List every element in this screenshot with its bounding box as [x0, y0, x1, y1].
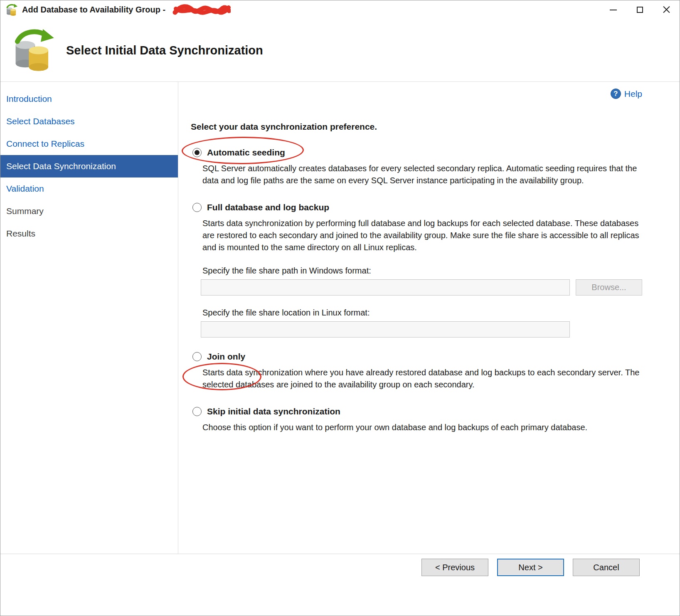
- automatic-seeding-description: SQL Server automatically creates databas…: [202, 163, 642, 187]
- automatic-seeding-label[interactable]: Automatic seeding: [207, 148, 285, 158]
- database-add-icon: [5, 4, 18, 16]
- automatic-seeding-radio[interactable]: [192, 148, 202, 157]
- help-icon: ?: [611, 89, 621, 99]
- wizard-footer: < Previous Next > Cancel: [0, 554, 680, 616]
- help-label: Help: [624, 89, 642, 99]
- sidebar-item-select-data-synchronization[interactable]: Select Data Synchronization: [0, 155, 178, 177]
- page-title: Select Initial Data Synchronization: [66, 44, 263, 57]
- step-sidebar: Introduction Select Databases Connect to…: [0, 82, 178, 554]
- minimize-icon: [610, 10, 617, 10]
- skip-sync-description: Choose this option if you want to perfor…: [202, 421, 642, 434]
- preference-heading: Select your data synchronization prefere…: [191, 122, 642, 132]
- wizard-window: Add Database to Availability Group - Sel…: [0, 0, 680, 616]
- full-backup-description: Starts data synchronization by performin…: [202, 217, 642, 254]
- wizard-header: Select Initial Data Synchronization: [0, 19, 680, 82]
- option-skip-sync: Skip initial data synchronization Choose…: [190, 407, 642, 434]
- option-automatic-seeding: Automatic seeding SQL Server automatical…: [190, 148, 642, 187]
- full-backup-radio[interactable]: [192, 203, 202, 212]
- sidebar-item-connect-to-replicas[interactable]: Connect to Replicas: [0, 133, 178, 155]
- sidebar-item-validation[interactable]: Validation: [0, 177, 178, 200]
- minimize-button[interactable]: [600, 0, 626, 19]
- sidebar-item-summary: Summary: [0, 200, 178, 222]
- database-add-icon-large: [11, 28, 55, 72]
- sidebar-item-results: Results: [0, 222, 178, 245]
- option-join-only: Join only Starts data synchronization wh…: [190, 352, 642, 391]
- full-backup-label[interactable]: Full database and log backup: [207, 202, 329, 212]
- option-full-backup: Full database and log backup Starts data…: [190, 202, 642, 338]
- previous-button[interactable]: < Previous: [421, 559, 488, 576]
- close-button[interactable]: [653, 0, 680, 19]
- wizard-body: Introduction Select Databases Connect to…: [0, 82, 680, 554]
- browse-button[interactable]: Browse...: [576, 279, 642, 296]
- linux-path-label: Specify the file share location in Linux…: [202, 308, 642, 318]
- window-controls: [600, 0, 680, 19]
- cancel-button[interactable]: Cancel: [573, 559, 640, 576]
- maximize-button[interactable]: [626, 0, 653, 19]
- next-button[interactable]: Next >: [497, 559, 564, 576]
- titlebar: Add Database to Availability Group -: [0, 0, 680, 19]
- main-content: ? Help Select your data synchronization …: [178, 82, 680, 554]
- linux-path-input[interactable]: [201, 321, 570, 338]
- sidebar-item-select-databases[interactable]: Select Databases: [0, 110, 178, 133]
- close-icon: [663, 6, 670, 14]
- join-only-label[interactable]: Join only: [207, 352, 245, 362]
- window-title: Add Database to Availability Group -: [22, 5, 165, 15]
- windows-path-label: Specify the file share path in Windows f…: [202, 266, 642, 276]
- help-link[interactable]: ? Help: [611, 89, 642, 99]
- windows-path-input[interactable]: [201, 279, 570, 296]
- join-only-description: Starts data synchronization where you ha…: [202, 367, 642, 391]
- sidebar-item-introduction[interactable]: Introduction: [0, 88, 178, 110]
- skip-sync-radio[interactable]: [192, 407, 202, 416]
- maximize-icon: [637, 7, 643, 13]
- skip-sync-label[interactable]: Skip initial data synchronization: [207, 407, 340, 416]
- join-only-radio[interactable]: [192, 352, 202, 361]
